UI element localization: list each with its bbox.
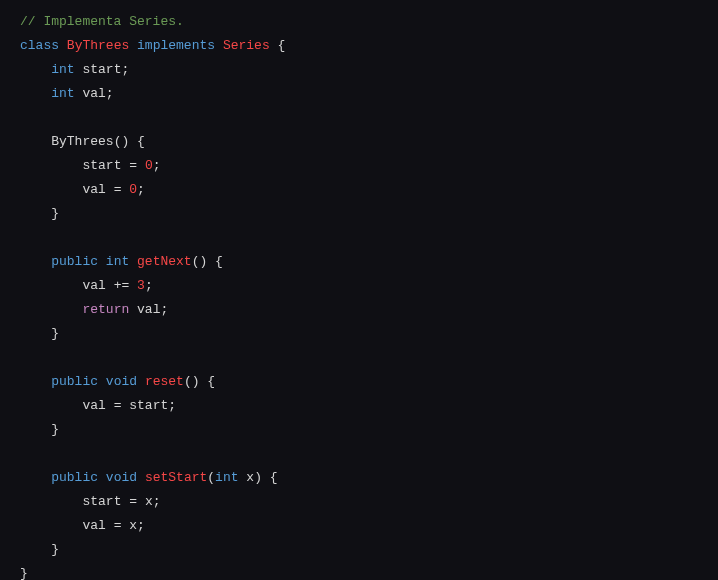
type-void: void [106,470,137,485]
brace-open: { [207,374,215,389]
type-int: int [51,62,74,77]
space [137,470,145,485]
type-int: int [215,470,238,485]
param-x: x [246,470,254,485]
interface-name: Series [223,38,270,53]
indent [20,158,82,173]
indent [20,494,82,509]
type-int: int [51,86,74,101]
space [129,134,137,149]
space [129,38,137,53]
type-int: int [106,254,129,269]
comment: // Implementa Series. [20,14,184,29]
ident-start: start [129,398,168,413]
indent [20,398,82,413]
number-zero: 0 [129,182,137,197]
brace-close: } [51,542,59,557]
semicolon: ; [145,278,153,293]
indent [20,278,82,293]
code-line: } [20,566,28,580]
keyword-public: public [51,470,98,485]
semicolon: ; [153,494,161,509]
indent [20,542,51,557]
space [129,254,137,269]
paren-close: ) [192,374,200,389]
code-line: public void reset() { [20,374,215,389]
space [106,278,114,293]
space [98,374,106,389]
op-assign: = [129,158,137,173]
space [215,38,223,53]
space [106,398,114,413]
indent [20,470,51,485]
space [98,254,106,269]
code-line: val += 3; [20,278,153,293]
code-line: start = x; [20,494,161,509]
indent [20,518,82,533]
semicolon: ; [137,518,145,533]
indent [20,182,82,197]
indent [20,86,51,101]
paren-open: ( [184,374,192,389]
semicolon: ; [106,86,114,101]
method-getnext: getNext [137,254,192,269]
space [207,254,215,269]
field-val: val [82,86,105,101]
ident-val: val [82,278,105,293]
code-line: ByThrees() { [20,134,145,149]
space [59,38,67,53]
number-zero: 0 [145,158,153,173]
paren-open: ( [207,470,215,485]
indent [20,134,51,149]
space [137,494,145,509]
space [129,302,137,317]
indent [20,422,51,437]
space [137,374,145,389]
method-reset: reset [145,374,184,389]
indent [20,374,51,389]
indent [20,254,51,269]
code-line: // Implementa Series. [20,14,184,29]
code-line: public int getNext() { [20,254,223,269]
code-line: val = x; [20,518,145,533]
ident-val: val [82,518,105,533]
space [270,38,278,53]
op-plus-assign: += [114,278,130,293]
indent [20,302,82,317]
code-line: val = start; [20,398,176,413]
ident-start: start [82,158,121,173]
indent [20,62,51,77]
brace-close: } [51,422,59,437]
semicolon: ; [153,158,161,173]
ident-val: val [82,182,105,197]
semicolon: ; [121,62,129,77]
keyword-public: public [51,254,98,269]
code-line: } [20,206,59,221]
code-line: class ByThrees implements Series { [20,38,285,53]
keyword-class: class [20,38,59,53]
class-name: ByThrees [67,38,129,53]
code-line: public void setStart(int x) { [20,470,278,485]
method-setstart: setStart [145,470,207,485]
semicolon: ; [168,398,176,413]
paren-close: ) [254,470,262,485]
space [106,518,114,533]
code-line: int val; [20,86,114,101]
ctor-name: ByThrees [51,134,113,149]
ident-val: val [82,398,105,413]
space [262,470,270,485]
brace-close: } [20,566,28,580]
brace-open: { [137,134,145,149]
code-line: int start; [20,62,129,77]
brace-open: { [278,38,286,53]
op-assign: = [129,494,137,509]
field-start: start [82,62,121,77]
type-void: void [106,374,137,389]
indent [20,206,51,221]
code-line: } [20,422,59,437]
brace-close: } [51,206,59,221]
space [106,182,114,197]
code-editor[interactable]: // Implementa Series. class ByThrees imp… [0,0,718,580]
code-line: val = 0; [20,182,145,197]
ident-val: val [137,302,160,317]
